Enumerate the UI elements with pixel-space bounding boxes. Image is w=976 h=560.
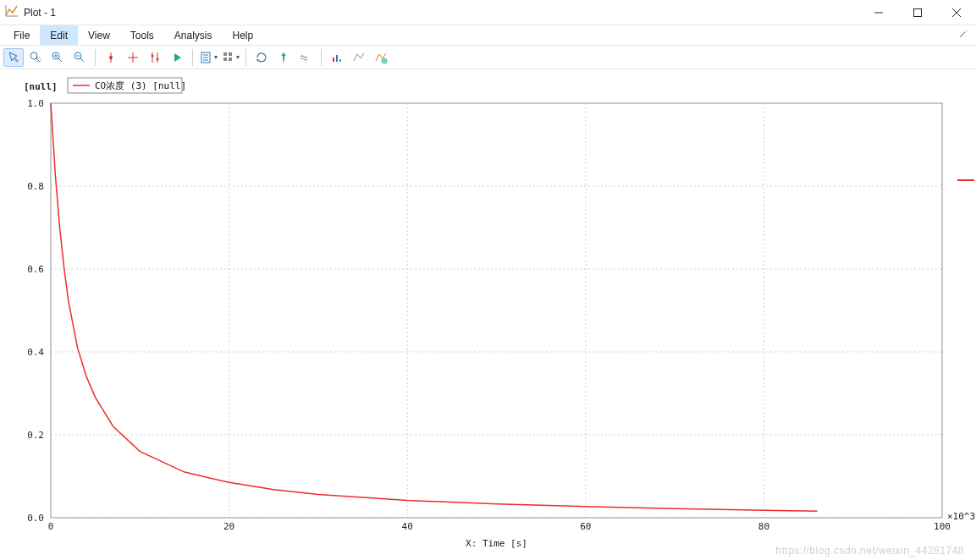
menu-tools[interactable]: Tools	[120, 25, 164, 45]
zoom-out-button[interactable]	[69, 48, 90, 67]
pin-button[interactable]	[273, 48, 294, 67]
svg-rect-36	[333, 58, 334, 62]
app-icon	[5, 4, 19, 20]
secondary-series-marker	[957, 179, 974, 181]
select-list-button[interactable]: ▾	[198, 48, 218, 67]
svg-text:×10^3: ×10^3	[947, 511, 975, 522]
svg-text:0.8: 0.8	[27, 181, 44, 192]
svg-text:[null]: [null]	[24, 81, 58, 92]
title-bar: Plot - 1	[0, 0, 976, 25]
menu-edit[interactable]: Edit	[40, 25, 78, 45]
play-button[interactable]	[167, 48, 187, 67]
svg-rect-37	[336, 55, 338, 62]
line-chart-button[interactable]	[349, 48, 369, 67]
svg-text:80: 80	[758, 521, 769, 532]
svg-text:100: 100	[934, 521, 951, 532]
svg-rect-66	[51, 103, 942, 518]
chart-canvas: 0204060801000.00.20.40.60.81.0[null]X: T…	[0, 69, 976, 560]
grid-menu-button[interactable]: ▾	[220, 48, 240, 67]
svg-point-23	[157, 58, 159, 60]
layers-button[interactable]	[295, 48, 316, 67]
svg-marker-34	[281, 52, 286, 60]
menu-help[interactable]: Help	[223, 25, 264, 45]
zoom-rect-button[interactable]	[25, 48, 46, 67]
menu-bar: File Edit View Tools Analysis Help	[0, 25, 976, 46]
close-button[interactable]	[937, 0, 976, 25]
pointer-tool-button[interactable]	[3, 48, 24, 67]
svg-text:0.4: 0.4	[27, 347, 44, 358]
settings-icon[interactable]	[957, 28, 969, 42]
svg-text:0.2: 0.2	[27, 430, 44, 441]
crosshair-button[interactable]	[123, 48, 143, 67]
maximize-button[interactable]	[898, 0, 937, 25]
svg-rect-31	[223, 58, 227, 61]
svg-rect-29	[223, 52, 227, 56]
svg-text:60: 60	[580, 521, 591, 532]
svg-text:0.0: 0.0	[27, 513, 44, 524]
svg-point-6	[30, 52, 37, 59]
zoom-in-button[interactable]	[47, 48, 68, 67]
svg-text:1.0: 1.0	[27, 98, 44, 109]
svg-line-10	[58, 58, 62, 62]
svg-rect-3	[914, 8, 922, 16]
svg-text:X: Time [s]: X: Time [s]	[466, 538, 527, 549]
window-title: Plot - 1	[24, 7, 56, 19]
svg-point-22	[152, 54, 154, 57]
minimize-button[interactable]	[859, 0, 898, 25]
menu-view[interactable]: View	[78, 25, 120, 45]
svg-text:20: 20	[223, 521, 234, 532]
toolbar: ▾ ▾	[0, 46, 976, 69]
svg-rect-32	[229, 58, 232, 61]
svg-marker-24	[174, 53, 181, 62]
svg-rect-38	[339, 59, 341, 62]
plot-area[interactable]: 0204060801000.00.20.40.60.81.0[null]X: T…	[0, 69, 976, 560]
bar-chart-button[interactable]	[327, 48, 347, 67]
svg-line-7	[36, 58, 40, 62]
multi-cursor-button[interactable]	[145, 48, 165, 67]
svg-text:40: 40	[402, 521, 413, 532]
svg-text:CO浓度 (3) [null]: CO浓度 (3) [null]	[95, 80, 186, 91]
svg-point-17	[109, 56, 113, 59]
refresh-button[interactable]	[251, 48, 272, 67]
svg-text:0: 0	[48, 521, 54, 532]
toolbar-separator	[245, 49, 246, 66]
svg-rect-30	[229, 52, 232, 56]
point-probe-button[interactable]	[101, 48, 121, 67]
svg-text:0.6: 0.6	[27, 264, 44, 275]
toolbar-separator	[321, 49, 322, 66]
svg-line-14	[80, 58, 84, 62]
toolbar-separator	[192, 49, 193, 66]
watermark-text: https://blog.csdn.net/weixin_44281748	[775, 545, 964, 557]
add-chart-button[interactable]	[371, 48, 391, 67]
menu-analysis[interactable]: Analysis	[164, 25, 223, 45]
menu-file[interactable]: File	[3, 25, 40, 45]
toolbar-separator	[95, 49, 96, 66]
